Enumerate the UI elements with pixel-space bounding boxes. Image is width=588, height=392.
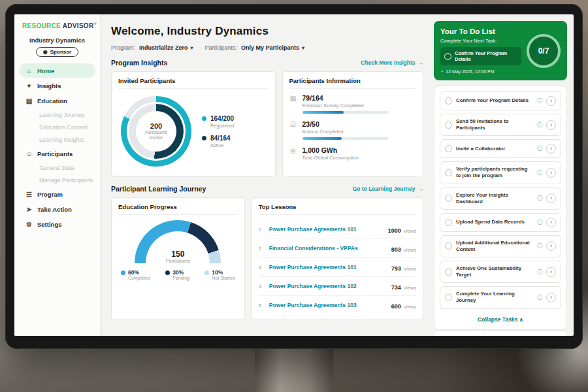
legend-value: 84/164: [210, 135, 231, 142]
lesson-row: 4 Power Purchase Agreements 102 734 view…: [259, 277, 416, 296]
sidebar-item-manage-participants[interactable]: Manage Participants: [19, 174, 95, 186]
chevron-right-icon[interactable]: ›: [546, 218, 556, 227]
sidebar-item-insights[interactable]: ✦ Insights: [19, 78, 95, 93]
legend-value: 164/200: [210, 115, 234, 122]
card-title: Education Progress: [118, 203, 238, 215]
nav-label: Settings: [37, 221, 61, 228]
lesson-link[interactable]: Power Purchase Agreements 103: [269, 302, 387, 308]
metric-label: Actions Completed: [302, 129, 389, 135]
sidebar-nav: ⌂ Home ✦ Insights ▤ Education Learning J…: [14, 63, 100, 232]
legend-label: Pending: [172, 276, 189, 280]
task-checkbox[interactable]: [445, 219, 452, 226]
check-more-insights-link[interactable]: Check More Insights →: [361, 59, 423, 66]
program-select[interactable]: Industrialize Zero ▾: [139, 44, 193, 51]
task-checkbox[interactable]: [445, 145, 452, 152]
go-to-learning-journey-link[interactable]: Go to Learning Journey →: [353, 186, 423, 192]
invited-total: 200: [150, 122, 162, 130]
chevron-right-icon[interactable]: ›: [546, 193, 556, 203]
task-checkbox[interactable]: [445, 97, 452, 105]
sidebar-item-participants[interactable]: ☺ Participants: [19, 146, 95, 161]
nav-label: Participants: [37, 150, 73, 157]
task-label: Complete Your Learning Journey: [456, 291, 533, 304]
task-checkbox[interactable]: [445, 242, 452, 250]
logo-advisor: ADVISOR: [63, 22, 94, 29]
lesson-link[interactable]: Financial Considerations - VPPAs: [269, 245, 387, 252]
card-title: Top Lessons: [259, 203, 416, 215]
legend-pending: 30% Pending: [165, 269, 189, 280]
views-word: views: [404, 266, 416, 272]
info-icon: ⓘ: [537, 195, 542, 202]
lesson-link[interactable]: Power Purchase Agreements 102: [269, 283, 387, 289]
task-item-achieve-target[interactable]: Achieve One Sustainability Target ⓘ ›: [440, 261, 561, 283]
participants-icon: ☺: [25, 150, 33, 157]
task-checkbox[interactable]: [445, 195, 452, 202]
sidebar-item-settings[interactable]: ⚙ Settings: [19, 217, 95, 231]
task-checkbox[interactable]: [445, 169, 452, 176]
task-checkbox[interactable]: [445, 294, 452, 301]
lesson-views: 1000: [388, 227, 401, 234]
progress-fill: [302, 111, 344, 114]
sponsor-icon: ◉: [43, 49, 48, 55]
lesson-link[interactable]: Power Purchase Agreements 101: [269, 264, 387, 270]
task-item-explore-insights[interactable]: Explore Your Insights Dashboard ⓘ ›: [440, 188, 561, 210]
sidebar-item-general-data[interactable]: General Data: [19, 161, 95, 174]
education-gauge-chart: 150 Participants: [135, 220, 221, 263]
lesson-views: 734: [391, 284, 401, 291]
nav-label: Insights: [37, 82, 61, 90]
task-item-send-invitations[interactable]: Send 50 Invitations to Participants ⓘ ›: [440, 114, 561, 136]
lesson-link[interactable]: Power Purchase Agreements 101: [269, 226, 384, 233]
legend-registered: 164/200 Registered: [202, 115, 234, 129]
task-checkbox[interactable]: [445, 122, 452, 129]
sidebar-item-program[interactable]: ☰ Program: [19, 187, 95, 201]
chevron-right-icon[interactable]: ›: [546, 267, 556, 277]
recent-news-title: Recent News: [441, 335, 480, 336]
chevron-right-icon[interactable]: ›: [546, 293, 556, 302]
card-title: Participants Information: [289, 77, 417, 89]
gauge-value: 150: [171, 250, 184, 259]
task-item-upload-spend-data[interactable]: Upload Spend Data Records ⓘ ›: [440, 213, 561, 232]
sponsor-label: Sponsor: [50, 49, 71, 55]
sidebar-item-take-action[interactable]: ➤ Take Action: [19, 202, 95, 216]
next-task-label: Confirm Your Program Details: [455, 50, 517, 62]
lesson-rank: 5: [259, 302, 265, 308]
link-label: Go to Learning Journey: [353, 186, 416, 192]
sponsor-badge[interactable]: ◉ Sponsor: [36, 47, 78, 57]
sidebar-item-home[interactable]: ⌂ Home: [19, 63, 95, 78]
task-item-complete-learning-journey[interactable]: Complete Your Learning Journey ⓘ ›: [440, 286, 561, 308]
gauge-label: Participants: [166, 259, 190, 263]
participants-information-card: Participants Information ▤ 79/164 Emissi…: [282, 71, 424, 177]
lesson-row: 5 Power Purchase Agreements 103 600 view…: [259, 296, 416, 314]
sidebar-item-education-content[interactable]: Education Content: [19, 121, 95, 133]
education-icon: ▤: [25, 97, 33, 105]
chevron-right-icon[interactable]: ›: [546, 120, 556, 130]
chevron-right-icon[interactable]: ›: [546, 168, 556, 178]
task-item-invite-collaborator[interactable]: Invite a Collaborator ⓘ ›: [440, 139, 561, 158]
education-progress-card: Education Progress 150 Participants: [111, 197, 245, 320]
task-item-upload-educational-content[interactable]: Upload Additional Educational Content ⓘ …: [440, 235, 561, 257]
sidebar-item-learning-insights[interactable]: Learning Insights: [19, 133, 95, 146]
collapse-tasks-link[interactable]: Collapse Tasks ∧: [440, 312, 561, 324]
task-item-confirm-program[interactable]: Confirm Your Program Details ⓘ ›: [440, 91, 561, 110]
card-title: Invited Participants: [118, 77, 269, 89]
invited-participants-card: Invited Participants 200 Participants In…: [111, 71, 276, 177]
views-word: views: [404, 285, 416, 291]
next-task-pill[interactable]: Confirm Your Program Details: [440, 47, 521, 65]
todo-card: Your To Do List Complete Your Next Task:…: [434, 21, 567, 80]
sidebar-item-education[interactable]: ▤ Education: [19, 93, 95, 108]
legend-value: 60%: [128, 269, 150, 276]
participants-select[interactable]: Only My Participants ▾: [241, 44, 304, 51]
task-checkbox[interactable]: [445, 269, 452, 276]
task-label: Verify participants requesting to join t…: [456, 166, 533, 179]
chevron-right-icon[interactable]: ›: [546, 241, 556, 251]
chevron-right-icon[interactable]: ›: [546, 96, 556, 106]
nav-label: Education: [37, 97, 67, 105]
legend-label: Not Started: [212, 276, 235, 280]
legend-value: 30%: [172, 269, 189, 276]
sidebar-item-learning-journey[interactable]: Learning Journey: [19, 108, 95, 121]
task-item-verify-participants[interactable]: Verify participants requesting to join t…: [440, 161, 561, 184]
chevron-right-icon[interactable]: ›: [546, 144, 556, 154]
caret-down-icon: ▾: [191, 45, 193, 51]
task-label: Achieve One Sustainability Target: [456, 265, 533, 278]
sidebar: RESOURCE ADVISOR+ Industry Dynamics ◉ Sp…: [14, 14, 101, 336]
task-label: Upload Spend Data Records: [456, 219, 533, 225]
